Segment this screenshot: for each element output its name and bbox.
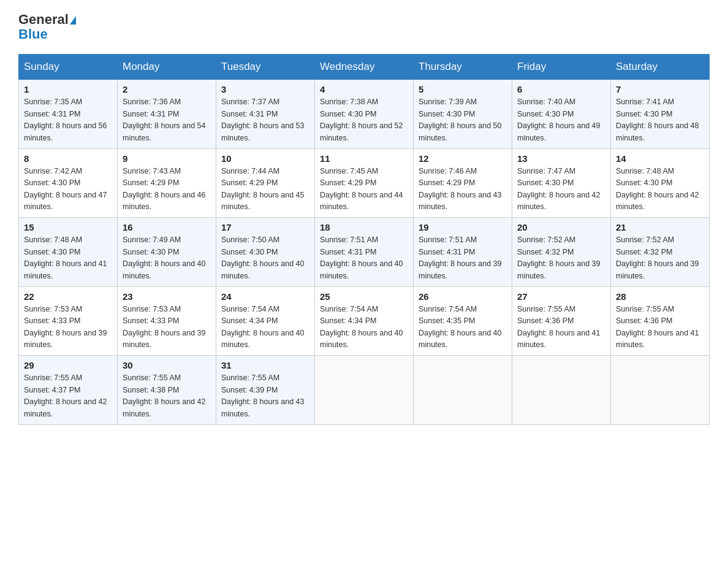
weekday-header-friday: Friday xyxy=(512,55,611,80)
day-info: Sunrise: 7:55 AMSunset: 4:36 PMDaylight:… xyxy=(517,304,605,351)
calendar-cell xyxy=(414,356,512,425)
header-row: SundayMondayTuesdayWednesdayThursdayFrid… xyxy=(19,55,710,80)
calendar-cell: 31 Sunrise: 7:55 AMSunset: 4:39 PMDaylig… xyxy=(216,356,315,425)
day-info: Sunrise: 7:49 AMSunset: 4:30 PMDaylight:… xyxy=(123,234,211,282)
calendar-cell: 27 Sunrise: 7:55 AMSunset: 4:36 PMDaylig… xyxy=(512,286,611,356)
calendar-cell: 30 Sunrise: 7:55 AMSunset: 4:38 PMDaylig… xyxy=(118,356,216,425)
calendar-cell xyxy=(315,356,414,425)
day-number: 26 xyxy=(419,291,507,302)
day-info: Sunrise: 7:55 AMSunset: 4:38 PMDaylight:… xyxy=(123,372,211,420)
day-info: Sunrise: 7:39 AMSunset: 4:30 PMDaylight:… xyxy=(419,96,507,144)
day-info: Sunrise: 7:41 AMSunset: 4:30 PMDaylight:… xyxy=(616,96,704,144)
day-number: 20 xyxy=(517,222,605,232)
day-info: Sunrise: 7:47 AMSunset: 4:30 PMDaylight:… xyxy=(517,166,605,213)
calendar-cell: 19 Sunrise: 7:51 AMSunset: 4:31 PMDaylig… xyxy=(414,218,512,287)
calendar-cell: 11 Sunrise: 7:45 AMSunset: 4:29 PMDaylig… xyxy=(315,148,414,218)
calendar-week-row: 8 Sunrise: 7:42 AMSunset: 4:30 PMDayligh… xyxy=(19,148,710,218)
day-info: Sunrise: 7:53 AMSunset: 4:33 PMDaylight:… xyxy=(123,304,211,351)
day-number: 27 xyxy=(517,291,605,302)
calendar-cell: 7 Sunrise: 7:41 AMSunset: 4:30 PMDayligh… xyxy=(611,80,710,149)
logo-triangle-icon xyxy=(70,16,76,25)
day-info: Sunrise: 7:52 AMSunset: 4:32 PMDaylight:… xyxy=(616,234,704,282)
calendar-week-row: 22 Sunrise: 7:53 AMSunset: 4:33 PMDaylig… xyxy=(19,286,710,356)
logo: General Blue xyxy=(18,12,76,42)
day-number: 19 xyxy=(419,222,507,232)
day-number: 5 xyxy=(419,84,507,94)
day-number: 3 xyxy=(221,84,309,94)
calendar-cell: 28 Sunrise: 7:55 AMSunset: 4:36 PMDaylig… xyxy=(611,286,710,356)
day-info: Sunrise: 7:37 AMSunset: 4:31 PMDaylight:… xyxy=(221,96,309,144)
day-number: 8 xyxy=(24,153,112,164)
calendar-cell: 22 Sunrise: 7:53 AMSunset: 4:33 PMDaylig… xyxy=(19,286,118,356)
day-info: Sunrise: 7:43 AMSunset: 4:29 PMDaylight:… xyxy=(123,166,211,213)
day-info: Sunrise: 7:35 AMSunset: 4:31 PMDaylight:… xyxy=(24,96,112,144)
day-number: 13 xyxy=(517,153,605,164)
calendar-cell: 12 Sunrise: 7:46 AMSunset: 4:29 PMDaylig… xyxy=(414,148,512,218)
day-info: Sunrise: 7:53 AMSunset: 4:33 PMDaylight:… xyxy=(24,304,112,351)
calendar-week-row: 29 Sunrise: 7:55 AMSunset: 4:37 PMDaylig… xyxy=(19,356,710,425)
day-number: 4 xyxy=(320,84,408,94)
calendar-cell: 26 Sunrise: 7:54 AMSunset: 4:35 PMDaylig… xyxy=(414,286,512,356)
calendar-cell: 5 Sunrise: 7:39 AMSunset: 4:30 PMDayligh… xyxy=(414,80,512,149)
day-info: Sunrise: 7:52 AMSunset: 4:32 PMDaylight:… xyxy=(517,234,605,282)
calendar-cell: 9 Sunrise: 7:43 AMSunset: 4:29 PMDayligh… xyxy=(118,148,216,218)
day-info: Sunrise: 7:55 AMSunset: 4:37 PMDaylight:… xyxy=(24,372,112,420)
day-info: Sunrise: 7:38 AMSunset: 4:30 PMDaylight:… xyxy=(320,96,408,144)
day-number: 9 xyxy=(123,153,211,164)
calendar-week-row: 15 Sunrise: 7:48 AMSunset: 4:30 PMDaylig… xyxy=(19,218,710,287)
calendar-cell: 1 Sunrise: 7:35 AMSunset: 4:31 PMDayligh… xyxy=(19,80,118,149)
calendar-cell: 4 Sunrise: 7:38 AMSunset: 4:30 PMDayligh… xyxy=(315,80,414,149)
calendar-cell: 23 Sunrise: 7:53 AMSunset: 4:33 PMDaylig… xyxy=(118,286,216,356)
day-info: Sunrise: 7:54 AMSunset: 4:35 PMDaylight:… xyxy=(419,304,507,351)
day-number: 6 xyxy=(517,84,605,94)
day-info: Sunrise: 7:51 AMSunset: 4:31 PMDaylight:… xyxy=(419,234,507,282)
calendar-cell: 3 Sunrise: 7:37 AMSunset: 4:31 PMDayligh… xyxy=(216,80,315,149)
weekday-header-sunday: Sunday xyxy=(19,55,118,80)
day-info: Sunrise: 7:48 AMSunset: 4:30 PMDaylight:… xyxy=(24,234,112,282)
day-number: 22 xyxy=(24,291,112,302)
calendar-cell xyxy=(611,356,710,425)
day-info: Sunrise: 7:50 AMSunset: 4:30 PMDaylight:… xyxy=(221,234,309,282)
calendar-cell: 20 Sunrise: 7:52 AMSunset: 4:32 PMDaylig… xyxy=(512,218,611,287)
calendar-table: SundayMondayTuesdayWednesdayThursdayFrid… xyxy=(18,54,710,425)
day-info: Sunrise: 7:45 AMSunset: 4:29 PMDaylight:… xyxy=(320,166,408,213)
day-info: Sunrise: 7:36 AMSunset: 4:31 PMDaylight:… xyxy=(123,96,211,144)
weekday-header-thursday: Thursday xyxy=(414,55,512,80)
day-info: Sunrise: 7:48 AMSunset: 4:30 PMDaylight:… xyxy=(616,166,704,213)
calendar-cell: 16 Sunrise: 7:49 AMSunset: 4:30 PMDaylig… xyxy=(118,218,216,287)
calendar-cell: 2 Sunrise: 7:36 AMSunset: 4:31 PMDayligh… xyxy=(118,80,216,149)
day-info: Sunrise: 7:44 AMSunset: 4:29 PMDaylight:… xyxy=(221,166,309,213)
calendar-cell: 13 Sunrise: 7:47 AMSunset: 4:30 PMDaylig… xyxy=(512,148,611,218)
calendar-cell: 21 Sunrise: 7:52 AMSunset: 4:32 PMDaylig… xyxy=(611,218,710,287)
day-info: Sunrise: 7:40 AMSunset: 4:30 PMDaylight:… xyxy=(517,96,605,144)
calendar-cell: 10 Sunrise: 7:44 AMSunset: 4:29 PMDaylig… xyxy=(216,148,315,218)
calendar-cell xyxy=(512,356,611,425)
day-number: 24 xyxy=(221,291,309,302)
weekday-header-saturday: Saturday xyxy=(611,55,710,80)
day-number: 7 xyxy=(616,84,704,94)
day-number: 12 xyxy=(419,153,507,164)
day-number: 15 xyxy=(24,222,112,232)
day-number: 30 xyxy=(123,360,211,370)
calendar-cell: 14 Sunrise: 7:48 AMSunset: 4:30 PMDaylig… xyxy=(611,148,710,218)
day-number: 16 xyxy=(123,222,211,232)
weekday-header-wednesday: Wednesday xyxy=(315,55,414,80)
day-info: Sunrise: 7:54 AMSunset: 4:34 PMDaylight:… xyxy=(320,304,408,351)
calendar-cell: 6 Sunrise: 7:40 AMSunset: 4:30 PMDayligh… xyxy=(512,80,611,149)
calendar-cell: 18 Sunrise: 7:51 AMSunset: 4:31 PMDaylig… xyxy=(315,218,414,287)
day-number: 17 xyxy=(221,222,309,232)
day-info: Sunrise: 7:51 AMSunset: 4:31 PMDaylight:… xyxy=(320,234,408,282)
day-info: Sunrise: 7:42 AMSunset: 4:30 PMDaylight:… xyxy=(24,166,112,213)
day-info: Sunrise: 7:46 AMSunset: 4:29 PMDaylight:… xyxy=(419,166,507,213)
day-info: Sunrise: 7:55 AMSunset: 4:39 PMDaylight:… xyxy=(221,372,309,420)
logo-general-text: General xyxy=(18,12,69,27)
day-number: 23 xyxy=(123,291,211,302)
calendar-cell: 8 Sunrise: 7:42 AMSunset: 4:30 PMDayligh… xyxy=(19,148,118,218)
day-number: 28 xyxy=(616,291,704,302)
day-number: 21 xyxy=(616,222,704,232)
weekday-header-tuesday: Tuesday xyxy=(216,55,315,80)
day-info: Sunrise: 7:55 AMSunset: 4:36 PMDaylight:… xyxy=(616,304,704,351)
day-number: 14 xyxy=(616,153,704,164)
calendar-week-row: 1 Sunrise: 7:35 AMSunset: 4:31 PMDayligh… xyxy=(19,80,710,149)
day-number: 11 xyxy=(320,153,408,164)
